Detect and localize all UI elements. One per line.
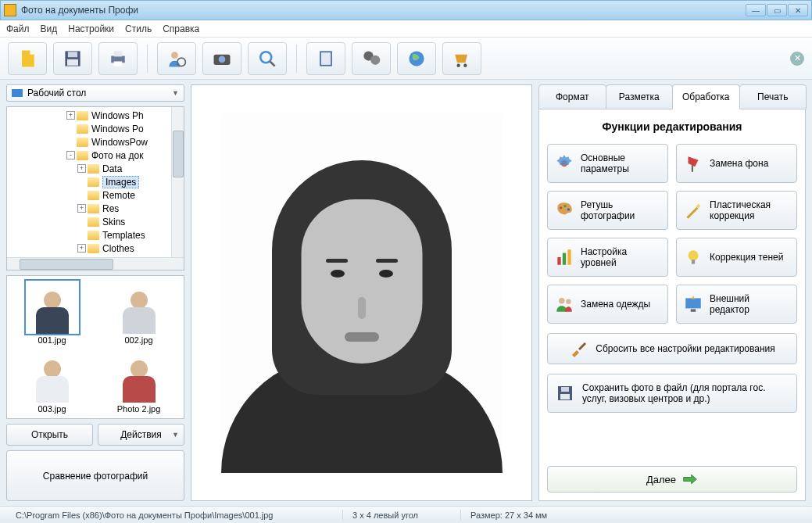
menu-стиль[interactable]: Стиль xyxy=(125,23,152,34)
tab-0[interactable]: Формат xyxy=(538,84,606,109)
palette-icon xyxy=(554,200,574,220)
folder-icon xyxy=(88,177,99,187)
svg-point-7 xyxy=(177,58,186,66)
folder-icon xyxy=(88,244,99,253)
svg-point-21 xyxy=(560,206,562,209)
tree-node[interactable]: Images xyxy=(7,175,184,188)
edit-wand[interactable]: Пластическая коррекция xyxy=(676,191,797,230)
tree-vscroll[interactable] xyxy=(171,107,184,257)
toolbar-globe[interactable] xyxy=(397,42,436,75)
svg-point-27 xyxy=(689,250,699,260)
save-file-button[interactable]: Сохранить фото в файл (для портала гос. … xyxy=(547,374,797,413)
menu-файл[interactable]: Файл xyxy=(6,23,30,34)
tree-node[interactable]: WindowsPow xyxy=(7,135,184,149)
svg-point-6 xyxy=(171,52,178,59)
minimize-button[interactable]: — xyxy=(746,4,766,16)
bars-icon xyxy=(554,247,574,267)
folder-icon xyxy=(77,111,88,120)
tree-node[interactable]: +Data xyxy=(7,162,184,175)
edit-palette[interactable]: Ретушь фотографии xyxy=(547,191,668,230)
folder-icon xyxy=(88,204,99,213)
svg-point-17 xyxy=(456,63,460,66)
toolbar-print[interactable] xyxy=(98,42,138,75)
edit-monitor[interactable]: Внешний редактор xyxy=(676,285,797,324)
reset-button[interactable]: Сбросить все настройки редактирования xyxy=(547,333,797,364)
tab-3[interactable]: Печать xyxy=(739,84,807,109)
actions-button[interactable]: Действия▼ xyxy=(98,424,184,446)
svg-rect-35 xyxy=(560,394,570,399)
photo-preview xyxy=(221,113,503,473)
toolbar-book[interactable] xyxy=(306,42,345,75)
tree-node[interactable]: Skins xyxy=(7,215,184,228)
menu-bar: ФайлВидНастройкиСтильСправка xyxy=(0,20,812,38)
thumbnail[interactable]: 001.jpg xyxy=(12,281,92,345)
svg-point-10 xyxy=(260,52,271,63)
svg-rect-1 xyxy=(68,52,77,57)
menu-справка[interactable]: Справка xyxy=(163,23,199,34)
open-button[interactable]: Открыть xyxy=(6,424,93,446)
edit-bulb[interactable]: Коррекция теней xyxy=(676,238,797,277)
svg-rect-13 xyxy=(321,52,331,65)
right-panel: ФорматРазметкаОбработкаПечать Функции ре… xyxy=(538,84,806,501)
next-button[interactable]: Далее xyxy=(547,466,797,493)
title-bar: Фото на документы Профи — ▭ ✕ xyxy=(0,0,812,20)
svg-point-29 xyxy=(559,298,565,304)
panel-title: Функции редактирования xyxy=(547,120,797,133)
status-path: C:\Program Files (x86)\Фото на документы… xyxy=(6,510,342,520)
folder-icon xyxy=(88,231,99,240)
menu-вид[interactable]: Вид xyxy=(41,23,58,34)
tab-1[interactable]: Разметка xyxy=(606,84,674,109)
compare-button[interactable]: Сравнение фотографий xyxy=(6,450,184,501)
svg-point-15 xyxy=(370,55,380,64)
monitor-icon xyxy=(683,294,703,314)
thumbnail[interactable]: 003.jpg xyxy=(12,349,92,414)
edit-bars[interactable]: Настройка уровней xyxy=(547,238,668,277)
svg-rect-31 xyxy=(685,298,701,308)
tab-bar: ФорматРазметкаОбработкаПечать xyxy=(538,84,806,109)
preview-area xyxy=(191,84,532,501)
thumbnail[interactable]: Photo 2.jpg xyxy=(98,349,179,414)
toolbar-magnifier[interactable] xyxy=(248,42,287,75)
tree-node[interactable]: +Res xyxy=(7,202,184,215)
toolbar-cart[interactable] xyxy=(442,42,481,75)
tree-node[interactable]: +Clothes xyxy=(7,242,184,255)
toolbar-new-file[interactable] xyxy=(8,42,47,75)
svg-point-22 xyxy=(563,205,566,207)
wand-icon xyxy=(683,200,703,220)
svg-rect-24 xyxy=(557,257,560,265)
toolbar-camera[interactable] xyxy=(202,42,241,75)
tree-node[interactable]: +Windows Ph xyxy=(7,109,184,122)
toolbar-film[interactable] xyxy=(352,42,391,75)
folder-icon xyxy=(77,138,88,147)
thumbnail[interactable]: 002.jpg xyxy=(98,281,179,345)
edit-people[interactable]: Замена одежды xyxy=(547,285,668,324)
app-icon xyxy=(4,4,16,16)
tab-2[interactable]: Обработка xyxy=(672,84,740,109)
folder-tree[interactable]: +Windows PhWindows PoWindowsPow-Фото на … xyxy=(6,106,184,270)
location-combo[interactable]: Рабочий стол ▼ xyxy=(6,84,184,102)
bulb-icon xyxy=(683,247,703,267)
tab-body: Функции редактирования Основные параметр… xyxy=(538,109,806,501)
toolbar-save[interactable] xyxy=(53,42,92,75)
svg-rect-34 xyxy=(561,387,569,392)
arrow-right-icon xyxy=(682,473,698,485)
tree-node[interactable]: Windows Po xyxy=(7,122,184,135)
edit-lamp[interactable]: Замена фона xyxy=(676,144,797,183)
panel-close-icon[interactable]: ✕ xyxy=(790,52,804,66)
folder-icon xyxy=(88,191,99,200)
folder-icon xyxy=(77,124,88,134)
tree-node[interactable]: -Фото на док xyxy=(7,149,184,162)
chevron-down-icon: ▼ xyxy=(172,89,179,97)
svg-rect-5 xyxy=(114,61,123,66)
tree-node[interactable]: Remote xyxy=(7,188,184,202)
tree-hscroll[interactable] xyxy=(7,257,184,270)
edit-gear[interactable]: Основные параметры xyxy=(547,144,668,183)
tree-node[interactable]: Templates xyxy=(7,228,184,242)
toolbar-person-zoom[interactable] xyxy=(157,42,196,75)
gear-icon xyxy=(554,153,574,174)
close-button[interactable]: ✕ xyxy=(788,4,808,16)
menu-настройки[interactable]: Настройки xyxy=(68,23,114,34)
status-size: Размер: 27 x 34 мм xyxy=(461,510,556,520)
svg-point-23 xyxy=(567,208,570,210)
maximize-button[interactable]: ▭ xyxy=(767,4,787,16)
